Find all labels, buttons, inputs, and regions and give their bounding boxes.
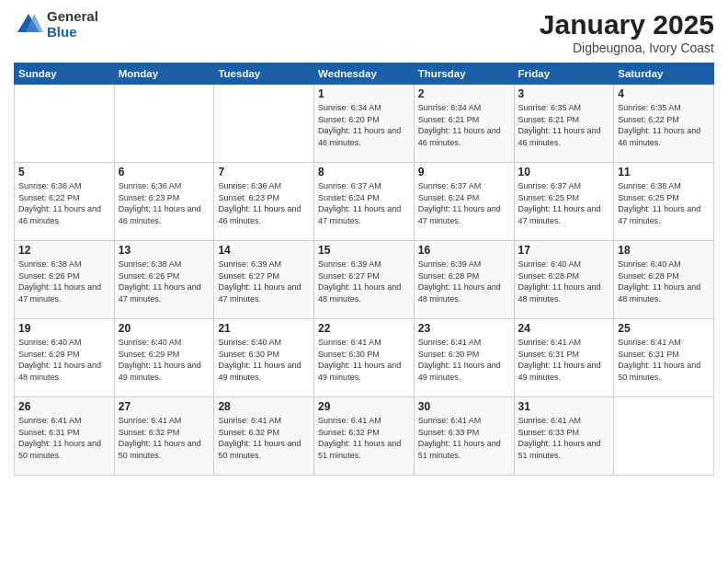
- day-number: 24: [518, 322, 610, 335]
- header-day: Friday: [514, 63, 614, 85]
- header-day: Monday: [114, 63, 214, 85]
- day-cell: 28Sunrise: 6:41 AM Sunset: 6:32 PM Dayli…: [214, 397, 314, 476]
- day-cell: 12Sunrise: 6:38 AM Sunset: 6:26 PM Dayli…: [15, 241, 115, 319]
- day-cell: 21Sunrise: 6:40 AM Sunset: 6:30 PM Dayli…: [214, 319, 314, 397]
- day-info: Sunrise: 6:40 AM Sunset: 6:28 PM Dayligh…: [518, 259, 610, 304]
- header-day: Wednesday: [314, 63, 415, 85]
- day-cell: 2Sunrise: 6:34 AM Sunset: 6:21 PM Daylig…: [414, 85, 514, 163]
- day-number: 11: [618, 166, 710, 178]
- day-cell: 25Sunrise: 6:41 AM Sunset: 6:31 PM Dayli…: [614, 319, 714, 397]
- day-number: 25: [618, 322, 710, 335]
- day-number: 17: [518, 244, 610, 257]
- day-info: Sunrise: 6:34 AM Sunset: 6:20 PM Dayligh…: [318, 102, 410, 148]
- day-info: Sunrise: 6:41 AM Sunset: 6:33 PM Dayligh…: [418, 415, 510, 461]
- day-number: 8: [318, 166, 410, 178]
- day-cell: 10Sunrise: 6:37 AM Sunset: 6:25 PM Dayli…: [514, 163, 614, 241]
- week-row: 5Sunrise: 6:36 AM Sunset: 6:22 PM Daylig…: [15, 163, 714, 241]
- day-number: 10: [518, 166, 610, 178]
- day-info: Sunrise: 6:41 AM Sunset: 6:32 PM Dayligh…: [218, 415, 310, 461]
- day-number: 29: [318, 400, 410, 413]
- day-number: 26: [18, 400, 110, 413]
- logo: General Blue: [14, 9, 98, 40]
- day-cell: 11Sunrise: 6:38 AM Sunset: 6:25 PM Dayli…: [614, 163, 714, 241]
- day-cell: 1Sunrise: 6:34 AM Sunset: 6:20 PM Daylig…: [314, 85, 415, 163]
- header-day: Sunday: [15, 63, 115, 85]
- day-cell: 30Sunrise: 6:41 AM Sunset: 6:33 PM Dayli…: [414, 397, 514, 476]
- header-day: Saturday: [614, 63, 714, 85]
- page: General Blue January 2025 Digbeugnoa, Iv…: [0, 0, 728, 563]
- day-info: Sunrise: 6:36 AM Sunset: 6:22 PM Dayligh…: [18, 180, 110, 226]
- day-info: Sunrise: 6:41 AM Sunset: 6:31 PM Dayligh…: [618, 337, 710, 383]
- day-info: Sunrise: 6:41 AM Sunset: 6:33 PM Dayligh…: [518, 415, 610, 461]
- day-number: 3: [518, 87, 610, 100]
- day-number: 19: [18, 322, 110, 335]
- day-cell: [15, 85, 115, 163]
- day-info: Sunrise: 6:41 AM Sunset: 6:31 PM Dayligh…: [18, 415, 110, 461]
- day-cell: 19Sunrise: 6:40 AM Sunset: 6:29 PM Dayli…: [15, 319, 115, 397]
- day-info: Sunrise: 6:34 AM Sunset: 6:21 PM Dayligh…: [418, 102, 510, 148]
- day-cell: [114, 85, 214, 163]
- week-row: 19Sunrise: 6:40 AM Sunset: 6:29 PM Dayli…: [15, 319, 714, 397]
- logo-general: General: [47, 9, 98, 25]
- day-cell: 20Sunrise: 6:40 AM Sunset: 6:29 PM Dayli…: [114, 319, 214, 397]
- day-cell: [214, 85, 314, 163]
- logo-text: General Blue: [47, 9, 98, 40]
- day-cell: 5Sunrise: 6:36 AM Sunset: 6:22 PM Daylig…: [15, 163, 115, 241]
- day-info: Sunrise: 6:41 AM Sunset: 6:31 PM Dayligh…: [518, 337, 610, 383]
- day-cell: 7Sunrise: 6:36 AM Sunset: 6:23 PM Daylig…: [214, 163, 314, 241]
- day-number: 14: [218, 244, 310, 257]
- day-cell: [614, 397, 714, 476]
- day-number: 27: [119, 400, 210, 413]
- day-number: 2: [418, 87, 510, 100]
- day-cell: 15Sunrise: 6:39 AM Sunset: 6:27 PM Dayli…: [314, 241, 415, 319]
- day-cell: 27Sunrise: 6:41 AM Sunset: 6:32 PM Dayli…: [114, 397, 214, 476]
- day-info: Sunrise: 6:41 AM Sunset: 6:32 PM Dayligh…: [318, 415, 410, 461]
- day-info: Sunrise: 6:35 AM Sunset: 6:22 PM Dayligh…: [618, 102, 710, 148]
- title-block: January 2025 Digbeugnoa, Ivory Coast: [540, 9, 714, 55]
- day-cell: 13Sunrise: 6:38 AM Sunset: 6:26 PM Dayli…: [114, 241, 214, 319]
- day-cell: 4Sunrise: 6:35 AM Sunset: 6:22 PM Daylig…: [614, 85, 714, 163]
- day-cell: 9Sunrise: 6:37 AM Sunset: 6:24 PM Daylig…: [414, 163, 514, 241]
- week-row: 1Sunrise: 6:34 AM Sunset: 6:20 PM Daylig…: [15, 85, 714, 163]
- day-cell: 16Sunrise: 6:39 AM Sunset: 6:28 PM Dayli…: [414, 241, 514, 319]
- day-number: 9: [418, 166, 510, 178]
- day-number: 15: [318, 244, 410, 257]
- day-info: Sunrise: 6:39 AM Sunset: 6:28 PM Dayligh…: [418, 259, 510, 304]
- day-info: Sunrise: 6:40 AM Sunset: 6:30 PM Dayligh…: [218, 337, 310, 383]
- week-row: 12Sunrise: 6:38 AM Sunset: 6:26 PM Dayli…: [15, 241, 714, 319]
- day-number: 22: [318, 322, 410, 335]
- day-cell: 23Sunrise: 6:41 AM Sunset: 6:30 PM Dayli…: [414, 319, 514, 397]
- day-info: Sunrise: 6:40 AM Sunset: 6:29 PM Dayligh…: [18, 337, 110, 383]
- day-info: Sunrise: 6:36 AM Sunset: 6:23 PM Dayligh…: [119, 180, 210, 226]
- day-number: 4: [618, 87, 710, 100]
- day-info: Sunrise: 6:37 AM Sunset: 6:24 PM Dayligh…: [318, 180, 410, 226]
- day-number: 6: [119, 166, 210, 178]
- day-info: Sunrise: 6:36 AM Sunset: 6:23 PM Dayligh…: [218, 180, 310, 226]
- header: General Blue January 2025 Digbeugnoa, Iv…: [14, 9, 714, 55]
- day-cell: 14Sunrise: 6:39 AM Sunset: 6:27 PM Dayli…: [214, 241, 314, 319]
- day-number: 31: [518, 400, 610, 413]
- day-cell: 18Sunrise: 6:40 AM Sunset: 6:28 PM Dayli…: [614, 241, 714, 319]
- day-number: 13: [119, 244, 210, 257]
- header-day: Thursday: [414, 63, 514, 85]
- day-cell: 6Sunrise: 6:36 AM Sunset: 6:23 PM Daylig…: [114, 163, 214, 241]
- header-day: Tuesday: [214, 63, 314, 85]
- day-number: 18: [618, 244, 710, 257]
- day-cell: 8Sunrise: 6:37 AM Sunset: 6:24 PM Daylig…: [314, 163, 415, 241]
- day-info: Sunrise: 6:37 AM Sunset: 6:24 PM Dayligh…: [418, 180, 510, 226]
- day-cell: 24Sunrise: 6:41 AM Sunset: 6:31 PM Dayli…: [514, 319, 614, 397]
- day-number: 1: [318, 87, 410, 100]
- day-cell: 17Sunrise: 6:40 AM Sunset: 6:28 PM Dayli…: [514, 241, 614, 319]
- header-row: SundayMondayTuesdayWednesdayThursdayFrid…: [15, 63, 714, 85]
- day-info: Sunrise: 6:38 AM Sunset: 6:26 PM Dayligh…: [119, 259, 210, 304]
- day-info: Sunrise: 6:41 AM Sunset: 6:30 PM Dayligh…: [318, 337, 410, 383]
- day-cell: 3Sunrise: 6:35 AM Sunset: 6:21 PM Daylig…: [514, 85, 614, 163]
- day-info: Sunrise: 6:38 AM Sunset: 6:26 PM Dayligh…: [18, 259, 110, 304]
- day-number: 30: [418, 400, 510, 413]
- day-number: 16: [418, 244, 510, 257]
- day-info: Sunrise: 6:41 AM Sunset: 6:30 PM Dayligh…: [418, 337, 510, 383]
- day-cell: 26Sunrise: 6:41 AM Sunset: 6:31 PM Dayli…: [15, 397, 115, 476]
- day-info: Sunrise: 6:35 AM Sunset: 6:21 PM Dayligh…: [518, 102, 610, 148]
- day-number: 7: [218, 166, 310, 178]
- day-info: Sunrise: 6:40 AM Sunset: 6:28 PM Dayligh…: [618, 259, 710, 304]
